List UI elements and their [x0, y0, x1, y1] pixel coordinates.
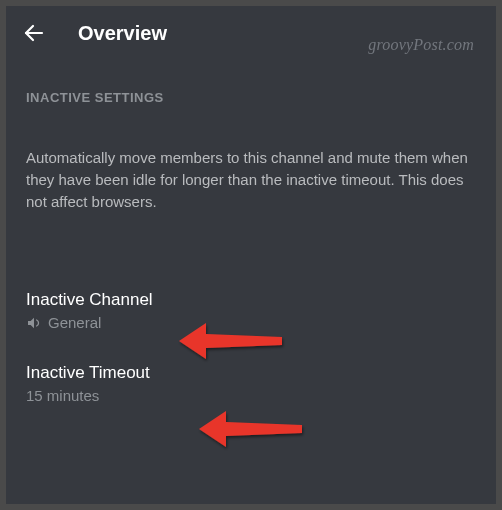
app-frame: Overview groovyPost.com INACTIVE SETTING…: [6, 6, 496, 504]
page-title: Overview: [78, 22, 167, 45]
section-header-inactive-settings: INACTIVE SETTINGS: [26, 90, 476, 105]
inactive-timeout-row[interactable]: Inactive Timeout 15 minutes: [26, 349, 476, 422]
inactive-channel-value-text: General: [48, 314, 101, 331]
section-description: Automatically move members to this chann…: [26, 147, 476, 212]
inactive-channel-row[interactable]: Inactive Channel General: [26, 276, 476, 349]
inactive-timeout-value: 15 minutes: [26, 387, 476, 404]
watermark-text: groovyPost.com: [368, 36, 474, 54]
content: INACTIVE SETTINGS Automatically move mem…: [6, 90, 496, 422]
back-arrow-icon[interactable]: [22, 21, 46, 45]
inactive-channel-value: General: [26, 314, 476, 331]
header: Overview groovyPost.com: [6, 6, 496, 60]
inactive-channel-label: Inactive Channel: [26, 290, 476, 310]
inactive-timeout-label: Inactive Timeout: [26, 363, 476, 383]
inactive-timeout-value-text: 15 minutes: [26, 387, 99, 404]
speaker-icon: [26, 315, 42, 331]
